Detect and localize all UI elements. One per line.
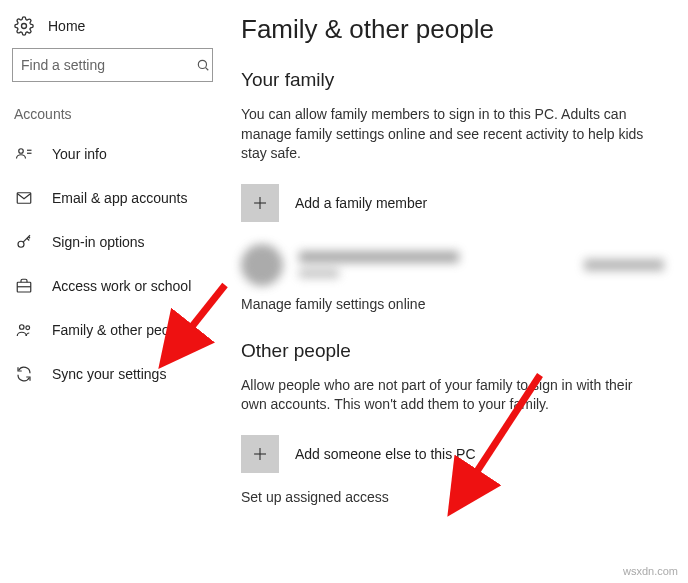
sidebar-item-label: Access work or school	[52, 278, 191, 294]
manage-family-link[interactable]: Manage family settings online	[241, 296, 664, 312]
nav-home[interactable]: Home	[0, 14, 225, 48]
sync-icon	[14, 364, 34, 384]
sidebar-item-label: Sync your settings	[52, 366, 166, 382]
family-account-entry[interactable]	[241, 238, 664, 296]
setup-assigned-access-link[interactable]: Set up assigned access	[241, 489, 664, 505]
svg-point-0	[22, 24, 27, 29]
account-status	[584, 259, 664, 271]
section-title-family: Your family	[241, 69, 664, 91]
account-info	[299, 251, 584, 278]
sidebar-section-heading: Accounts	[0, 100, 225, 132]
section-title-other: Other people	[241, 340, 664, 362]
sidebar-item-label: Sign-in options	[52, 234, 145, 250]
sidebar-item-your-info[interactable]: Your info	[0, 132, 225, 176]
mail-icon	[14, 188, 34, 208]
page-title: Family & other people	[241, 14, 664, 45]
key-icon	[14, 232, 34, 252]
main-content: Family & other people Your family You ca…	[225, 0, 688, 583]
search-icon	[196, 57, 210, 73]
svg-point-11	[26, 326, 30, 330]
watermark: wsxdn.com	[623, 565, 678, 577]
sidebar: Home Accounts Your info	[0, 0, 225, 583]
sidebar-item-label: Family & other people	[52, 322, 188, 338]
search-input-container[interactable]	[12, 48, 213, 82]
add-family-label: Add a family member	[295, 195, 427, 211]
other-description: Allow people who are not part of your fa…	[241, 376, 661, 415]
sidebar-item-signin-options[interactable]: Sign-in options	[0, 220, 225, 264]
avatar	[241, 244, 283, 286]
svg-line-2	[206, 68, 209, 71]
svg-point-1	[198, 60, 206, 68]
svg-point-3	[19, 149, 24, 154]
sidebar-item-work-school[interactable]: Access work or school	[0, 264, 225, 308]
sidebar-item-family-people[interactable]: Family & other people	[0, 308, 225, 352]
add-other-label: Add someone else to this PC	[295, 446, 476, 462]
plus-icon	[241, 435, 279, 473]
family-description: You can allow family members to sign in …	[241, 105, 661, 164]
people-icon	[14, 320, 34, 340]
sidebar-item-label: Your info	[52, 146, 107, 162]
sidebar-item-email-accounts[interactable]: Email & app accounts	[0, 176, 225, 220]
add-other-user-button[interactable]: Add someone else to this PC	[241, 435, 664, 473]
sidebar-item-label: Email & app accounts	[52, 190, 187, 206]
add-family-member-button[interactable]: Add a family member	[241, 184, 664, 222]
briefcase-icon	[14, 276, 34, 296]
sidebar-item-sync[interactable]: Sync your settings	[0, 352, 225, 396]
nav-home-label: Home	[48, 18, 85, 34]
person-card-icon	[14, 144, 34, 164]
search-input[interactable]	[21, 57, 196, 73]
gear-icon	[14, 16, 34, 36]
svg-point-10	[20, 325, 25, 330]
plus-icon	[241, 184, 279, 222]
